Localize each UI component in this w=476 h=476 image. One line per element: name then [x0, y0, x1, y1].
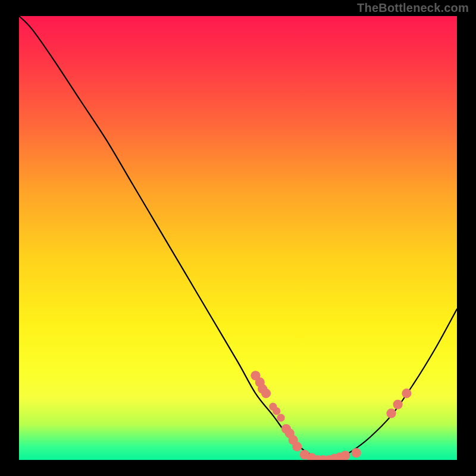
data-marker: [387, 409, 396, 418]
data-marker: [277, 414, 285, 422]
data-marker: [261, 389, 271, 398]
data-marker: [292, 442, 302, 452]
chart-frame: TheBottleneck.com: [0, 0, 476, 476]
data-marker: [340, 450, 350, 460]
watermark-text: TheBottleneck.com: [357, 1, 469, 15]
plot-panel: [19, 16, 457, 460]
data-marker: [393, 400, 403, 409]
plot-svg: [19, 16, 457, 460]
bottleneck-curve: [19, 16, 457, 460]
data-markers: [250, 371, 411, 460]
data-marker: [402, 389, 411, 398]
data-marker: [352, 448, 361, 458]
data-marker: [273, 407, 280, 415]
